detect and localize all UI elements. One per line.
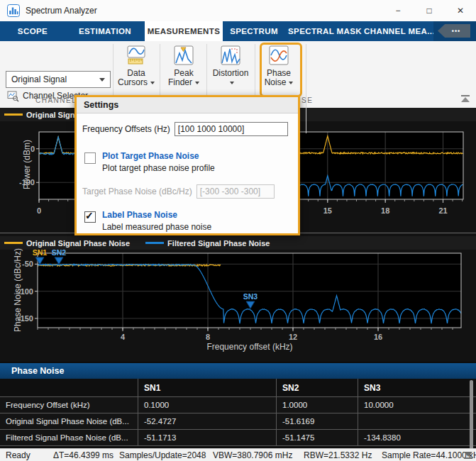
svg-text:8: 8 — [206, 333, 210, 341]
close-button[interactable]: ✕ — [445, 0, 476, 21]
status-delta-t: ΔT=46.4399 ms — [53, 450, 114, 460]
svg-text:21: 21 — [438, 206, 447, 215]
svg-text:12: 12 — [289, 333, 297, 341]
label-phase-noise-title[interactable]: Label Phase Noise — [102, 210, 211, 220]
settings-title: Settings — [84, 100, 118, 110]
table-row: Original Signal Phase Noise (dB... -52.4… — [0, 413, 476, 430]
table-title-bar: Phase Noise — [0, 363, 476, 379]
svg-text:-50: -50 — [22, 260, 33, 268]
table-scrollbar[interactable] — [470, 380, 473, 450]
data-cursors-button[interactable]: Data Cursors — [115, 43, 157, 94]
peak-finder-button[interactable]: Peak Finder — [162, 43, 205, 94]
peak-finder-icon — [173, 45, 194, 66]
cell-value: -52.4727 — [138, 413, 277, 429]
status-bar: Ready ΔT=46.4399 ms Samples/Update=2048 … — [0, 448, 476, 461]
table-row: Filtered Signal Phase Noise (dB... -51.1… — [0, 430, 476, 446]
maximize-button[interactable]: □ — [414, 0, 445, 21]
cell-value: 0.1000 — [138, 397, 277, 413]
tab-scope[interactable]: SCOPE — [0, 21, 65, 41]
legend-swatch-filtered-phase-noise — [145, 242, 164, 244]
svg-text:15: 15 — [323, 206, 332, 215]
data-cursors-icon — [126, 45, 147, 66]
phase-noise-x-axis-label: Frequency offset (kHz) — [128, 342, 372, 352]
cell-value: 1.0000 — [277, 397, 358, 413]
channel-selector-icon — [7, 90, 19, 102]
marker-sn3-label: SN3 — [243, 292, 258, 301]
distortion-button[interactable]: Distortion — [209, 43, 252, 94]
chevron-down-icon — [289, 82, 293, 84]
chevron-down-icon — [150, 82, 155, 84]
cell-value: -51.1475 — [277, 430, 358, 445]
spectrum-y-axis-label: Power (dBm) — [22, 129, 32, 200]
status-rbw: RBW=21.5332 Hz — [304, 450, 372, 460]
table-header-cell: SN2 — [277, 379, 358, 396]
legend-label: Original Signal — [26, 111, 82, 119]
button-label: Distortion — [209, 69, 252, 78]
button-label: Noise — [265, 77, 287, 87]
legend-label: Original Signal Phase Noise — [26, 239, 130, 248]
button-label: Finder — [168, 77, 192, 87]
status-sample-rate: Sample Rate=44.1000 kHz — [382, 450, 476, 460]
phase-noise-settings-popup: Settings Frequency Offsets (Hz) Plot Tar… — [74, 95, 300, 235]
phase-noise-icon — [268, 45, 289, 66]
cell-value — [358, 413, 476, 429]
tab-channel-measurements[interactable]: CHANNEL MEA... — [365, 21, 434, 41]
toolstrip-tabs: SCOPE ESTIMATION MEASUREMENTS SPECTRUM S… — [0, 21, 476, 41]
status-samples-per-update: Samples/Update=2048 — [119, 450, 206, 460]
plot-target-checkbox[interactable] — [84, 152, 96, 164]
row-label: Original Signal Phase Noise (dB... — [0, 413, 138, 429]
tab-measurements[interactable]: MEASUREMENTS — [145, 21, 223, 41]
chevron-down-icon — [230, 82, 234, 84]
toolbar-divider — [306, 44, 306, 133]
legend-item: Original Signal Phase Noise — [4, 239, 130, 248]
tab-spectrum[interactable]: SPECTRUM — [223, 21, 285, 41]
chevron-down-icon — [195, 82, 199, 84]
svg-text:18: 18 — [381, 206, 389, 215]
row-label: Frequency Offset (kHz) — [0, 397, 138, 413]
frequency-offsets-label: Frequency Offsets (Hz) — [82, 124, 170, 134]
tab-estimation[interactable]: ESTIMATION — [65, 21, 145, 41]
phase-noise-table-panel: Phase Noise SN1 SN2 SN3 Frequency Offset… — [0, 362, 476, 448]
table-header-cell: SN1 — [138, 379, 277, 396]
frequency-offsets-input[interactable] — [175, 122, 288, 136]
settings-popup-header: Settings — [77, 97, 298, 113]
button-label: Cursors — [118, 77, 148, 87]
channel-select-value: Original Signal — [6, 74, 99, 84]
table-header-cell: SN3 — [358, 379, 476, 396]
chevron-down-icon — [99, 78, 105, 82]
cell-value: 10.0000 — [358, 397, 476, 413]
cell-value: -51.6169 — [277, 413, 358, 429]
target-phase-noise-label: Target Phase Noise (dBc/Hz) — [82, 187, 192, 196]
table-header-cell — [0, 379, 138, 396]
minimize-button[interactable]: − — [382, 0, 414, 21]
group-label-channel: CHANNEL — [35, 96, 77, 104]
label-phase-noise-description: Label measured phase noise — [102, 222, 211, 232]
window-title: Spectrum Analyzer — [26, 6, 97, 16]
app-icon — [7, 4, 20, 17]
phase-noise-button[interactable]: Phase Noise — [258, 43, 300, 94]
status-vbw: VBW=380.7906 mHz — [213, 450, 292, 460]
status-ready: Ready — [6, 450, 31, 460]
label-phase-noise-checkbox[interactable] — [84, 211, 96, 223]
legend-swatch-original-signal — [4, 113, 23, 116]
table-title: Phase Noise — [11, 366, 64, 376]
target-phase-noise-input — [197, 184, 275, 199]
row-label: Filtered Signal Phase Noise (dB... — [0, 430, 138, 445]
channel-select-dropdown[interactable]: Original Signal — [6, 71, 111, 88]
svg-text:0: 0 — [37, 206, 41, 215]
cell-value: -134.8380 — [358, 430, 476, 445]
distortion-icon — [220, 45, 241, 66]
tab-spectral-mask[interactable]: SPECTRAL MASK — [285, 21, 365, 41]
table-row: Frequency Offset (kHz) 0.1000 1.0000 10.… — [0, 397, 476, 413]
marker-sn1-label: SN1 — [33, 250, 48, 257]
legend-item: Filtered Signal Phase Noise — [145, 239, 270, 248]
svg-text:16: 16 — [374, 333, 382, 341]
legend-label: Filtered Signal Phase Noise — [167, 239, 270, 248]
phase-noise-plot[interactable]: 481216-50-100-150SN1SN2SN3 — [0, 250, 476, 345]
collapse-toolstrip-icon[interactable] — [460, 95, 470, 102]
plot-target-title[interactable]: Plot Target Phase Noise — [102, 151, 215, 161]
legend-item: Original Signal — [4, 111, 82, 119]
plot-target-description: Plot target phase noise profile — [102, 163, 215, 173]
title-bar: Spectrum Analyzer − □ ✕ — [0, 0, 476, 21]
collapse-statusbar-icon[interactable] — [463, 452, 473, 459]
